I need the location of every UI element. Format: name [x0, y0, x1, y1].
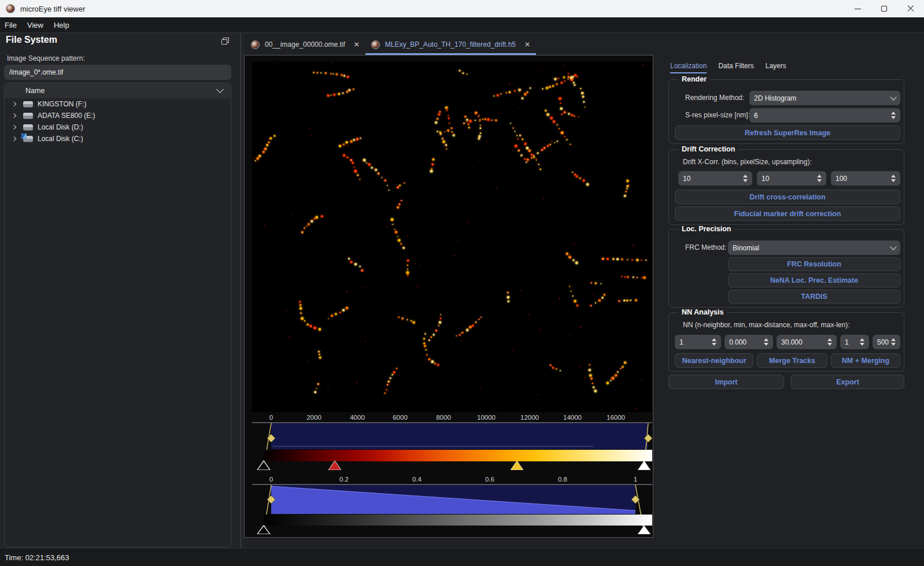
colormap-stop-black[interactable]	[257, 461, 270, 470]
nena-estimate-button[interactable]: NeNA Loc. Prec. Estimate	[728, 273, 900, 287]
tab-h5-localizations[interactable]: MLExy_BP_Auto_TH_170_filtered_drift.h5 ✕	[365, 36, 536, 55]
drift-upsampling-spinbox[interactable]: 100	[831, 171, 900, 186]
nn-max-off-spinbox[interactable]: 1	[840, 335, 869, 349]
nn-max-len-spinbox[interactable]: 500	[873, 335, 900, 349]
expander-icon[interactable]	[12, 125, 16, 130]
colormap-stop-yellow[interactable]	[511, 461, 523, 470]
maximize-button[interactable]	[871, 0, 897, 17]
spin-up-icon[interactable]	[891, 112, 896, 114]
colormap-stop-black[interactable]	[257, 526, 270, 534]
drift-cross-correlation-button[interactable]: Drift cross-correlation	[675, 190, 900, 204]
colormap-stop-white[interactable]	[638, 461, 651, 470]
spin-up-icon[interactable]	[860, 338, 864, 341]
axis-tick-label: 4000	[350, 414, 365, 421]
spin-up-icon[interactable]	[743, 175, 748, 177]
tardis-button[interactable]: TARDIS	[728, 290, 900, 304]
rendering-method-select[interactable]: 2D Histogram	[749, 91, 900, 105]
superres-image[interactable]	[252, 61, 652, 412]
drive-label: ADATA SE800 (E:)	[38, 112, 95, 120]
expander-icon[interactable]	[12, 136, 16, 141]
drift-bins-spinbox[interactable]: 10	[678, 171, 752, 186]
axis-tick-label: 14000	[563, 414, 582, 421]
drift-pixelsize-spinbox[interactable]: 10	[757, 171, 826, 186]
frc-method-select[interactable]: Binomial	[728, 241, 900, 255]
minimize-button[interactable]	[844, 0, 871, 17]
fiducial-drift-button[interactable]: Fiducial marker drift correction	[675, 206, 900, 221]
document-tabbar: 00__image_00000.ome.tif ✕ MLExy_BP_Auto_…	[245, 36, 536, 55]
colormap-stop-red[interactable]	[328, 461, 341, 470]
tree-row-drive-f[interactable]: KINGSTON (F:)	[5, 98, 231, 110]
spin-down-icon[interactable]	[764, 343, 768, 346]
spin-down-icon[interactable]	[743, 179, 748, 182]
windows-logo-icon	[21, 134, 27, 139]
menubar: File View Help	[0, 17, 924, 33]
expander-icon[interactable]	[12, 113, 16, 118]
chevron-down-icon[interactable]	[216, 86, 224, 93]
spin-up-icon[interactable]	[764, 338, 768, 341]
tree-row-drive-d[interactable]: Local Disk (D:)	[5, 121, 231, 133]
tree-row-drive-e[interactable]: ADATA SE800 (E:)	[5, 110, 231, 121]
nm-merging-button[interactable]: NM + Merging	[831, 353, 900, 368]
spin-value: 100	[836, 175, 889, 183]
axis-tick-label: 12000	[520, 414, 539, 421]
spin-value: 6	[754, 112, 889, 120]
select-value: Binomial	[733, 244, 891, 252]
tree-row-drive-c[interactable]: Local Disk (C:)	[5, 133, 231, 145]
drive-icon	[23, 113, 33, 119]
nn-max-distance-spinbox[interactable]: 30.000	[777, 335, 837, 349]
import-button[interactable]: Import	[668, 375, 784, 389]
spin-down-icon[interactable]	[891, 343, 896, 346]
spin-up-icon[interactable]	[712, 338, 716, 341]
panel-splitter[interactable]	[236, 33, 244, 548]
tree-header-label: Name	[25, 87, 45, 95]
expander-icon[interactable]	[12, 102, 16, 106]
menu-view[interactable]: View	[22, 17, 49, 33]
nn-min-spinbox[interactable]: 0.000	[725, 335, 773, 349]
axis-tick-label: 0.6	[485, 476, 494, 483]
refresh-superres-button[interactable]: Refresh SuperRes Image	[675, 125, 900, 140]
spin-up-icon[interactable]	[817, 175, 822, 177]
tab-data-filters[interactable]: Data Filters	[718, 62, 753, 73]
tab-localization[interactable]: Localization	[670, 62, 707, 73]
drive-icon	[23, 124, 33, 131]
spin-up-icon[interactable]	[827, 338, 832, 341]
frc-resolution-button[interactable]: FRC Resolution	[728, 257, 900, 271]
histogram-plot-area	[271, 423, 648, 449]
float-panel-icon[interactable]	[221, 38, 229, 45]
spin-down-icon[interactable]	[712, 343, 716, 346]
export-button[interactable]: Export	[791, 375, 904, 389]
spin-down-icon[interactable]	[827, 343, 832, 346]
spin-down-icon[interactable]	[891, 116, 896, 119]
pattern-input[interactable]	[4, 65, 231, 80]
spin-down-icon[interactable]	[817, 179, 822, 182]
tab-tiff-image[interactable]: 00__image_00000.ome.tif ✕	[245, 36, 365, 55]
merge-tracks-button[interactable]: Merge Tracks	[757, 353, 827, 368]
spin-value: 10	[683, 175, 741, 183]
tab-close-icon[interactable]: ✕	[524, 40, 530, 49]
spin-down-icon[interactable]	[860, 343, 864, 346]
tree-header[interactable]: Name	[5, 83, 231, 98]
statusbar: Time: 02:21:53,663	[0, 548, 924, 566]
axis-tick-label: 1	[634, 476, 637, 483]
select-value: 2D Histogram	[754, 94, 891, 102]
render-group: Render Rendering Method: 2D Histogram S-…	[668, 79, 904, 144]
close-button[interactable]	[897, 0, 924, 17]
spin-up-icon[interactable]	[891, 338, 896, 341]
nearest-neighbour-button[interactable]: Nearest-neighbour	[675, 353, 753, 368]
pixel-size-spinbox[interactable]: 6	[749, 108, 900, 123]
axis-tick-label: 10000	[477, 414, 496, 421]
window-title: microEye tiff viewer	[20, 5, 85, 13]
tab-label: 00__image_00000.ome.tif	[265, 40, 345, 49]
nn-neighbor-spinbox[interactable]: 1	[675, 335, 721, 349]
axis-tick-label: 0	[269, 476, 273, 483]
menu-file[interactable]: File	[0, 17, 22, 33]
spin-up-icon[interactable]	[891, 175, 896, 177]
colormap-stop-white[interactable]	[638, 526, 651, 534]
menu-help[interactable]: Help	[49, 17, 75, 33]
gray-colormap-bar	[264, 515, 652, 526]
group-title: Loc. Precision	[678, 225, 734, 233]
spin-down-icon[interactable]	[891, 179, 896, 182]
tab-close-icon[interactable]: ✕	[354, 40, 360, 49]
tab-layers[interactable]: Layers	[766, 62, 786, 73]
localization-panel: Localization Data Filters Layers Render …	[659, 33, 924, 548]
